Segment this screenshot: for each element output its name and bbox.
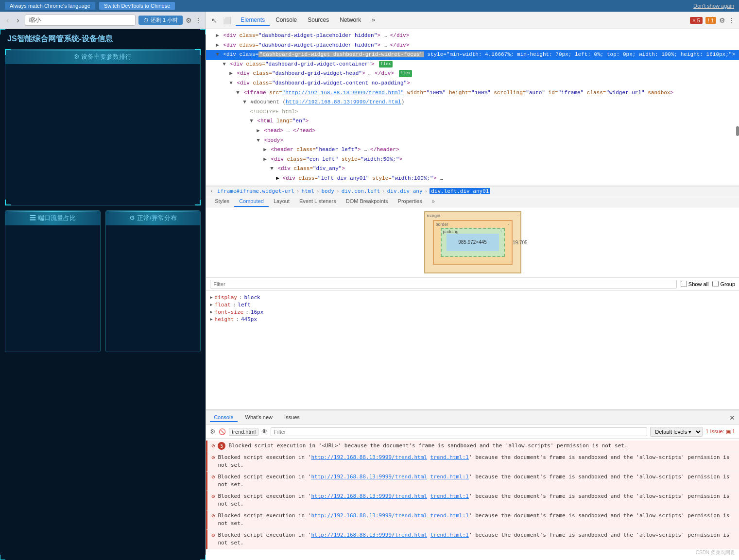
msg-link2[interactable]: trend.html:1: [430, 474, 469, 480]
tree-line[interactable]: ▶ <div class="con left" style="width:50%…: [206, 155, 739, 165]
subtab-dom-breakpoints[interactable]: DOM Breakpoints: [341, 196, 393, 207]
widget-main: ⚙ 设备主要参数排行: [5, 49, 201, 205]
tree-line[interactable]: ▼ <div class="div_any">: [206, 164, 739, 174]
console-tab-console[interactable]: Console: [210, 413, 237, 422]
address-bar[interactable]: 缩小: [25, 15, 136, 26]
subtab-layout[interactable]: Layout: [269, 196, 294, 207]
tab-sources[interactable]: Sources: [303, 15, 334, 26]
console-tab-whatsnew[interactable]: What's new: [241, 413, 277, 422]
subtab-styles[interactable]: Styles: [210, 196, 234, 207]
console-level-select[interactable]: Default levels ▾: [650, 427, 703, 437]
top-notification-bar: Always match Chrome's language Switch De…: [0, 0, 739, 12]
margin-label: margin: [427, 213, 441, 218]
msg-link2[interactable]: trend.html:1: [430, 493, 469, 499]
console-settings-btn[interactable]: ⚙: [210, 428, 216, 435]
msg-link[interactable]: http://192.168.88.13:9999/trend.html: [311, 454, 427, 460]
tab-elements[interactable]: Elements: [236, 15, 270, 26]
tree-line[interactable]: ▶ <head> … </head>: [206, 126, 739, 136]
tab-more[interactable]: »: [367, 15, 380, 26]
bc-sep: ›: [296, 188, 300, 194]
tree-scrollbar[interactable]: [736, 126, 739, 136]
group-checkbox[interactable]: [712, 281, 719, 287]
tree-line[interactable]: ▶ <div class="left div_any01" style="wid…: [206, 174, 739, 184]
msg-link[interactable]: http://192.168.88.13:9999/trend.html: [311, 532, 427, 538]
bc-div-con[interactable]: div.con.left: [342, 188, 380, 194]
msg-link[interactable]: http://192.168.88.13:9999/trend.html: [311, 512, 427, 519]
bc-body[interactable]: body: [322, 188, 335, 194]
style-triangle[interactable]: ▶: [210, 295, 212, 300]
subtab-properties[interactable]: Properties: [393, 196, 427, 207]
back-btn[interactable]: ‹: [4, 15, 11, 26]
msg-link[interactable]: http://192.168.88.13:9999/trend.html: [311, 474, 427, 480]
tree-line-selected[interactable]: ▼ <div class="dashboard-grid-widget dash…: [206, 50, 739, 60]
devtools-settings-btn[interactable]: ⚙: [719, 17, 725, 24]
tree-line[interactable]: ▼ <div class="dashboard-grid-widget-cont…: [206, 60, 739, 69]
devtools-main: ▶ <div class="dashboard-widget-placehold…: [206, 29, 739, 560]
console-msg-0: ⊘ 5 Blocked script execution in '<URL>' …: [206, 441, 739, 452]
console-issue-badge[interactable]: 1 Issue: ▣ 1: [705, 428, 735, 435]
forward-btn[interactable]: ›: [14, 15, 21, 26]
subtab-computed[interactable]: Computed: [234, 196, 269, 207]
msg-text: Blocked script execution in 'http://192.…: [218, 454, 735, 470]
tab-console[interactable]: Console: [271, 15, 302, 26]
console-clear-btn[interactable]: 🚫: [219, 428, 226, 435]
switch-devtools-btn[interactable]: Switch DevTools to Chinese: [99, 2, 175, 10]
devtools-panel: ↖ ⬜ Elements Console Sources Network » ×…: [206, 12, 739, 560]
left-panel: ‹ › 缩小 ⏱ 还剩 1 小时 ⚙ ⋮ JS智能综合网管系统-设备信息 ⚙ 设…: [0, 12, 206, 560]
computed-filter-input[interactable]: [210, 280, 677, 288]
devtools-more-btn[interactable]: ⋮: [728, 17, 735, 24]
msg-link2[interactable]: trend.html:1: [430, 454, 469, 460]
msg-link2[interactable]: trend.html:1: [430, 532, 469, 538]
tree-line[interactable]: ▼ <body>: [206, 136, 739, 146]
nav-settings-icon[interactable]: ⚙: [186, 17, 192, 24]
style-triangle[interactable]: ▶: [210, 302, 212, 307]
tree-line[interactable]: ▶ <div class="dashboard-grid-widget-head…: [206, 69, 739, 79]
widget-port-header: ☰ 端口流量占比: [5, 211, 100, 225]
console-close-btn[interactable]: ✕: [729, 414, 735, 422]
style-val: 16px: [251, 309, 264, 315]
bc-html[interactable]: html: [301, 188, 314, 194]
tree-line[interactable]: ▶ <header class="header left"> … </heade…: [206, 145, 739, 155]
console-msg-5: ⊘ Blocked script execution in 'http://19…: [206, 530, 739, 549]
console-msg-2: ⊘ Blocked script execution in 'http://19…: [206, 472, 739, 491]
tree-line[interactable]: <!DOCTYPE html>: [206, 107, 739, 117]
show-all-checkbox[interactable]: [681, 281, 687, 287]
tree-line[interactable]: ▶ <div class="dashboard-widget-placehold…: [206, 41, 739, 51]
tree-line[interactable]: ▶ <div class="dashboard-widget-placehold…: [206, 31, 739, 41]
console-filter-input[interactable]: [271, 427, 647, 436]
tree-line[interactable]: ▼ <iframe src="http://192.168.88.13:9999…: [206, 88, 739, 98]
cursor-icon-btn[interactable]: ↖: [210, 15, 219, 26]
style-prop: float: [215, 302, 231, 308]
subtab-more[interactable]: »: [427, 196, 440, 207]
bc-sep2: ›: [316, 188, 320, 194]
browser-nav: ‹ › 缩小 ⏱ 还剩 1 小时 ⚙ ⋮: [0, 12, 206, 29]
bc-div-any[interactable]: div.div_any: [387, 188, 423, 194]
tree-line[interactable]: ▼ #document (http://192.168.88.13:9999/t…: [206, 98, 739, 107]
html-tree[interactable]: ▶ <div class="dashboard-widget-placehold…: [206, 29, 739, 186]
bc-div-any01[interactable]: div.left.div_any01: [430, 188, 490, 194]
msg-link[interactable]: http://192.168.88.13:9999/trend.html: [311, 493, 427, 499]
error-icon: ⊘: [211, 454, 215, 461]
console-eye-btn[interactable]: 👁: [261, 428, 268, 435]
console-tab-issues[interactable]: Issues: [280, 413, 304, 422]
style-triangle[interactable]: ▶: [210, 309, 212, 314]
tab-network[interactable]: Network: [335, 15, 366, 26]
widget-port-title: 端口流量占比: [38, 214, 76, 221]
console-source[interactable]: trend.html: [229, 428, 258, 436]
style-triangle[interactable]: ▶: [210, 317, 212, 322]
padding-box: padding - 985.972×445: [441, 228, 505, 257]
nav-more-icon[interactable]: ⋮: [195, 17, 202, 24]
warning-badge[interactable]: ! 1: [705, 17, 716, 24]
mobile-icon-btn[interactable]: ⬜: [222, 15, 233, 26]
bc-iframe[interactable]: iframe#iframe.widget-url: [217, 188, 294, 194]
border-box: border - padding - 985.972×445: [433, 220, 513, 265]
breadcrumb-nav-left[interactable]: ‹: [210, 188, 213, 194]
dont-show-again[interactable]: Don't show again: [693, 3, 734, 9]
tree-line[interactable]: ▼ <div class="dashboard-grid-widget-cont…: [206, 79, 739, 88]
msg-link2[interactable]: trend.html:1: [430, 512, 469, 519]
match-language-btn[interactable]: Always match Chrome's language: [5, 2, 95, 10]
tree-line[interactable]: ▼ <html lang="en">: [206, 117, 739, 126]
subtab-event-listeners[interactable]: Event Listeners: [294, 196, 341, 207]
error-badge[interactable]: × 5: [690, 17, 703, 24]
error-icon: ⊘: [211, 512, 215, 519]
